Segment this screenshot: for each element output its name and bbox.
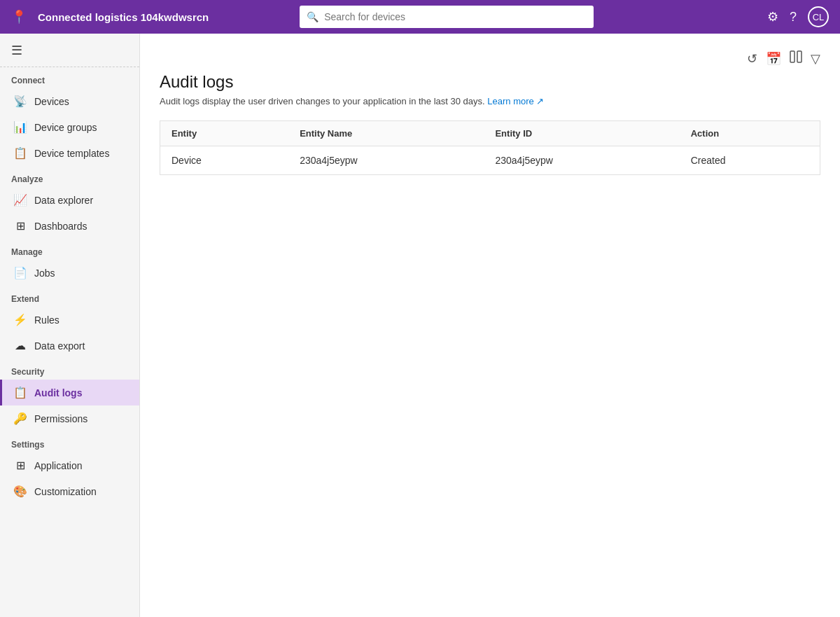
sidebar-item-customization[interactable]: 🎨 Customization	[0, 478, 139, 504]
sidebar-item-jobs-label: Jobs	[34, 268, 55, 279]
sidebar-item-application-label: Application	[34, 460, 83, 471]
sidebar-toggle-button[interactable]: ☰	[11, 43, 22, 58]
cell-entity-id: 230a4j5eypw	[484, 146, 679, 175]
sidebar-item-application[interactable]: ⊞ Application	[0, 452, 139, 478]
sidebar-item-audit-logs[interactable]: 📋 Audit logs	[0, 380, 139, 405]
sidebar-item-device-templates-label: Device templates	[34, 148, 109, 159]
sidebar-section-settings: Settings	[0, 431, 139, 452]
sidebar-item-jobs[interactable]: 📄 Jobs	[0, 260, 139, 286]
learn-more-link[interactable]: Learn more ↗	[487, 96, 544, 106]
help-button[interactable]: ?	[790, 10, 797, 25]
columns-button[interactable]	[790, 50, 802, 67]
sidebar-item-device-groups[interactable]: 📊 Device groups	[0, 114, 139, 140]
sidebar-item-device-groups-label: Device groups	[34, 122, 97, 133]
page-title: Audit logs	[160, 72, 820, 92]
application-icon: ⊞	[13, 459, 27, 472]
column-entity-id: Entity ID	[484, 121, 679, 146]
filter-button[interactable]: ▽	[811, 51, 820, 67]
sidebar-item-data-export-label: Data export	[34, 340, 85, 352]
topbar: 📍 Connected logistics 104kwdwsrcn 🔍 ⚙ ? …	[0, 0, 840, 34]
svg-rect-0	[790, 51, 794, 62]
column-entity-name: Entity Name	[288, 121, 484, 146]
column-action: Action	[680, 121, 820, 146]
audit-table: Entity Entity Name Entity ID Action Devi…	[160, 120, 820, 175]
sidebar-item-audit-logs-label: Audit logs	[34, 387, 82, 398]
sidebar-item-devices-label: Devices	[34, 96, 69, 107]
main-layout: ☰ Connect 📡 Devices 📊 Device groups 📋 De…	[0, 34, 840, 617]
settings-icon: ⚙	[767, 9, 778, 25]
search-input[interactable]	[324, 11, 587, 22]
customization-icon: 🎨	[13, 485, 27, 498]
content-area: ↺ 📅 ▽ Audit logs Audit logs display the …	[140, 34, 840, 617]
sidebar-item-rules[interactable]: ⚡ Rules	[0, 307, 139, 333]
calendar-icon: 📅	[766, 51, 781, 67]
sidebar-item-devices[interactable]: 📡 Devices	[0, 88, 139, 114]
avatar[interactable]: CL	[808, 6, 829, 27]
sidebar-section-manage: Manage	[0, 239, 139, 260]
dashboards-icon: ⊞	[13, 219, 27, 233]
device-templates-icon: 📋	[13, 146, 27, 160]
jobs-icon: 📄	[13, 266, 27, 279]
sidebar-section-connect: Connect	[0, 67, 139, 88]
cell-action: Created	[680, 146, 820, 175]
sidebar-item-dashboards[interactable]: ⊞ Dashboards	[0, 213, 139, 239]
refresh-icon: ↺	[747, 51, 757, 67]
search-box[interactable]: 🔍	[300, 6, 594, 28]
data-export-icon: ☁	[13, 339, 27, 352]
sidebar-item-data-explorer-label: Data explorer	[34, 195, 93, 206]
devices-icon: 📡	[13, 95, 27, 108]
sidebar-item-data-explorer[interactable]: 📈 Data explorer	[0, 187, 139, 213]
sidebar-section-analyze: Analyze	[0, 166, 139, 187]
sidebar-item-permissions[interactable]: 🔑 Permissions	[0, 405, 139, 431]
search-icon: 🔍	[307, 11, 318, 22]
sidebar-item-dashboards-label: Dashboards	[34, 221, 88, 232]
topbar-actions: ⚙ ? CL	[767, 6, 829, 27]
permissions-icon: 🔑	[13, 412, 27, 425]
table-header-row: Entity Entity Name Entity ID Action	[160, 121, 820, 146]
sidebar-item-device-templates[interactable]: 📋 Device templates	[0, 140, 139, 166]
svg-rect-1	[797, 51, 802, 62]
cell-entity-name: 230a4j5eypw	[288, 146, 484, 175]
help-icon: ?	[790, 10, 797, 25]
filter-icon: ▽	[811, 51, 820, 67]
refresh-button[interactable]: ↺	[747, 51, 757, 67]
sidebar: ☰ Connect 📡 Devices 📊 Device groups 📋 De…	[0, 34, 140, 617]
app-title: Connected logistics 104kwdwsrcn	[38, 11, 209, 23]
sidebar-section-security: Security	[0, 359, 139, 380]
data-explorer-icon: 📈	[13, 193, 27, 207]
sidebar-item-rules-label: Rules	[34, 314, 59, 326]
table-row: Device230a4j5eypw230a4j5eypwCreated	[160, 146, 820, 175]
page-subtitle: Audit logs display the user driven chang…	[160, 96, 820, 106]
sidebar-item-permissions-label: Permissions	[34, 413, 88, 424]
device-groups-icon: 📊	[13, 120, 27, 134]
logo-icon: 📍	[11, 9, 27, 25]
column-entity: Entity	[160, 121, 289, 146]
rules-icon: ⚡	[13, 313, 27, 326]
columns-icon	[790, 50, 802, 67]
sidebar-toggle-row: ☰	[0, 34, 139, 67]
sidebar-item-customization-label: Customization	[34, 486, 97, 497]
audit-logs-icon: 📋	[13, 386, 27, 399]
time-range-button[interactable]: 📅	[766, 51, 781, 67]
settings-button[interactable]: ⚙	[767, 9, 778, 25]
toolbar-row: ↺ 📅 ▽	[160, 50, 820, 67]
sidebar-section-extend: Extend	[0, 286, 139, 307]
sidebar-item-data-export[interactable]: ☁ Data export	[0, 333, 139, 359]
cell-entity: Device	[160, 146, 289, 175]
